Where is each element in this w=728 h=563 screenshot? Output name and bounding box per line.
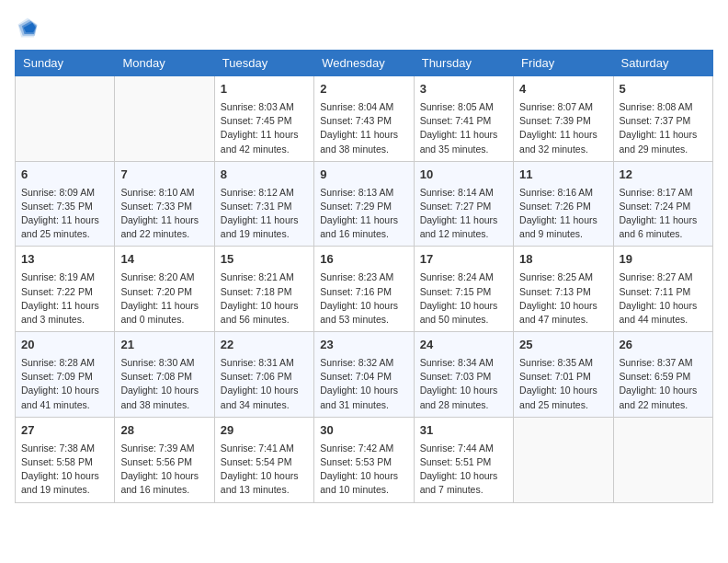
day-number: 22 (221, 337, 308, 354)
day-info: Sunrise: 8:05 AM Sunset: 7:41 PM Dayligh… (420, 100, 507, 156)
day-number: 28 (120, 422, 208, 440)
calendar-day-cell: 18Sunrise: 8:25 AM Sunset: 7:13 PM Dayli… (514, 247, 613, 332)
weekday-header-cell: Sunday (16, 51, 115, 76)
day-info: Sunrise: 7:44 AM Sunset: 5:51 PM Dayligh… (420, 442, 507, 498)
calendar-day-cell: 29Sunrise: 7:41 AM Sunset: 5:54 PM Dayli… (214, 417, 313, 502)
calendar-week-row: 1Sunrise: 8:03 AM Sunset: 7:45 PM Daylig… (16, 76, 713, 162)
day-number: 24 (420, 337, 507, 354)
day-number: 19 (620, 251, 707, 269)
weekday-header-cell: Monday (115, 51, 214, 76)
weekday-header-cell: Tuesday (214, 51, 313, 76)
day-info: Sunrise: 8:35 AM Sunset: 7:01 PM Dayligh… (519, 356, 607, 412)
calendar-day-cell: 22Sunrise: 8:31 AM Sunset: 7:06 PM Dayli… (214, 332, 313, 418)
weekday-header-cell: Saturday (613, 51, 712, 76)
day-number: 23 (320, 337, 407, 354)
calendar-day-cell: 31Sunrise: 7:44 AM Sunset: 5:51 PM Dayli… (414, 417, 513, 502)
day-info: Sunrise: 8:30 AM Sunset: 7:08 PM Dayligh… (120, 356, 208, 412)
weekday-header-cell: Wednesday (314, 51, 414, 76)
day-info: Sunrise: 8:17 AM Sunset: 7:24 PM Dayligh… (620, 186, 707, 242)
day-info: Sunrise: 8:32 AM Sunset: 7:04 PM Dayligh… (320, 356, 407, 412)
day-number: 8 (221, 167, 308, 184)
calendar-day-cell: 28Sunrise: 7:39 AM Sunset: 5:56 PM Dayli… (115, 417, 214, 502)
day-number: 12 (620, 167, 707, 184)
day-number: 20 (21, 337, 108, 354)
calendar-day-cell: 19Sunrise: 8:27 AM Sunset: 7:11 PM Dayli… (613, 247, 712, 332)
calendar-day-cell: 26Sunrise: 8:37 AM Sunset: 6:59 PM Dayli… (613, 332, 712, 418)
calendar-day-cell: 13Sunrise: 8:19 AM Sunset: 7:22 PM Dayli… (16, 247, 115, 332)
calendar-day-cell: 7Sunrise: 8:10 AM Sunset: 7:33 PM Daylig… (115, 161, 214, 247)
calendar-week-row: 27Sunrise: 7:38 AM Sunset: 5:58 PM Dayli… (16, 417, 713, 502)
calendar-day-cell: 12Sunrise: 8:17 AM Sunset: 7:24 PM Dayli… (613, 161, 712, 247)
calendar-body: 1Sunrise: 8:03 AM Sunset: 7:45 PM Daylig… (16, 76, 713, 503)
day-info: Sunrise: 8:07 AM Sunset: 7:39 PM Dayligh… (519, 100, 607, 156)
calendar-day-cell (613, 417, 712, 502)
logo (15, 15, 44, 40)
day-number: 29 (221, 422, 308, 440)
calendar-week-row: 20Sunrise: 8:28 AM Sunset: 7:09 PM Dayli… (16, 332, 713, 418)
day-info: Sunrise: 8:31 AM Sunset: 7:06 PM Dayligh… (221, 356, 308, 412)
day-info: Sunrise: 7:42 AM Sunset: 5:53 PM Dayligh… (320, 442, 407, 498)
calendar-day-cell: 10Sunrise: 8:14 AM Sunset: 7:27 PM Dayli… (414, 161, 513, 247)
day-number: 4 (519, 81, 607, 98)
day-info: Sunrise: 8:23 AM Sunset: 7:16 PM Dayligh… (320, 270, 407, 327)
calendar-day-cell: 17Sunrise: 8:24 AM Sunset: 7:15 PM Dayli… (414, 247, 513, 332)
day-info: Sunrise: 8:28 AM Sunset: 7:09 PM Dayligh… (21, 356, 108, 412)
day-info: Sunrise: 8:12 AM Sunset: 7:31 PM Dayligh… (221, 186, 308, 242)
page-header (15, 15, 713, 40)
day-info: Sunrise: 7:41 AM Sunset: 5:54 PM Dayligh… (221, 442, 308, 498)
day-number: 25 (519, 337, 607, 354)
day-info: Sunrise: 7:39 AM Sunset: 5:56 PM Dayligh… (120, 442, 208, 498)
calendar-table: SundayMondayTuesdayWednesdayThursdayFrid… (15, 50, 713, 503)
weekday-header-cell: Thursday (414, 51, 513, 76)
calendar-day-cell: 4Sunrise: 8:07 AM Sunset: 7:39 PM Daylig… (514, 76, 613, 162)
day-info: Sunrise: 8:16 AM Sunset: 7:26 PM Dayligh… (519, 186, 607, 242)
calendar-day-cell: 24Sunrise: 8:34 AM Sunset: 7:03 PM Dayli… (414, 332, 513, 418)
day-info: Sunrise: 8:04 AM Sunset: 7:43 PM Dayligh… (320, 100, 407, 156)
day-info: Sunrise: 8:20 AM Sunset: 7:20 PM Dayligh… (120, 270, 208, 327)
day-number: 27 (21, 422, 108, 440)
day-number: 17 (420, 251, 507, 269)
calendar-day-cell: 25Sunrise: 8:35 AM Sunset: 7:01 PM Dayli… (514, 332, 613, 418)
calendar-day-cell: 23Sunrise: 8:32 AM Sunset: 7:04 PM Dayli… (314, 332, 414, 418)
day-number: 18 (519, 251, 607, 269)
day-info: Sunrise: 8:37 AM Sunset: 6:59 PM Dayligh… (620, 356, 707, 412)
calendar-day-cell: 21Sunrise: 8:30 AM Sunset: 7:08 PM Dayli… (115, 332, 214, 418)
logo-icon (15, 15, 40, 40)
calendar-week-row: 13Sunrise: 8:19 AM Sunset: 7:22 PM Dayli… (16, 247, 713, 332)
day-info: Sunrise: 8:24 AM Sunset: 7:15 PM Dayligh… (420, 270, 507, 327)
calendar-day-cell: 16Sunrise: 8:23 AM Sunset: 7:16 PM Dayli… (314, 247, 414, 332)
day-number: 10 (420, 167, 507, 184)
day-info: Sunrise: 8:08 AM Sunset: 7:37 PM Dayligh… (620, 100, 707, 156)
calendar-day-cell (115, 76, 214, 162)
calendar-day-cell: 8Sunrise: 8:12 AM Sunset: 7:31 PM Daylig… (214, 161, 313, 247)
day-info: Sunrise: 8:25 AM Sunset: 7:13 PM Dayligh… (519, 270, 607, 327)
calendar-day-cell: 6Sunrise: 8:09 AM Sunset: 7:35 PM Daylig… (16, 161, 115, 247)
calendar-day-cell: 5Sunrise: 8:08 AM Sunset: 7:37 PM Daylig… (613, 76, 712, 162)
day-number: 6 (21, 167, 108, 184)
day-info: Sunrise: 8:34 AM Sunset: 7:03 PM Dayligh… (420, 356, 507, 412)
calendar-day-cell: 14Sunrise: 8:20 AM Sunset: 7:20 PM Dayli… (115, 247, 214, 332)
day-number: 30 (320, 422, 407, 440)
day-number: 21 (120, 337, 208, 354)
day-number: 2 (320, 81, 407, 98)
day-number: 1 (221, 81, 308, 98)
day-number: 16 (320, 251, 407, 269)
weekday-header-row: SundayMondayTuesdayWednesdayThursdayFrid… (16, 51, 713, 76)
day-number: 31 (420, 422, 507, 440)
calendar-day-cell: 30Sunrise: 7:42 AM Sunset: 5:53 PM Dayli… (314, 417, 414, 502)
day-info: Sunrise: 8:10 AM Sunset: 7:33 PM Dayligh… (120, 186, 208, 242)
calendar-day-cell: 11Sunrise: 8:16 AM Sunset: 7:26 PM Dayli… (514, 161, 613, 247)
calendar-day-cell: 3Sunrise: 8:05 AM Sunset: 7:41 PM Daylig… (414, 76, 513, 162)
day-number: 5 (620, 81, 707, 98)
day-number: 15 (221, 251, 308, 269)
calendar-day-cell: 15Sunrise: 8:21 AM Sunset: 7:18 PM Dayli… (214, 247, 313, 332)
calendar-day-cell: 27Sunrise: 7:38 AM Sunset: 5:58 PM Dayli… (16, 417, 115, 502)
calendar-day-cell (514, 417, 613, 502)
calendar-day-cell: 9Sunrise: 8:13 AM Sunset: 7:29 PM Daylig… (314, 161, 414, 247)
day-number: 9 (320, 167, 407, 184)
day-info: Sunrise: 8:27 AM Sunset: 7:11 PM Dayligh… (620, 270, 707, 327)
day-info: Sunrise: 8:13 AM Sunset: 7:29 PM Dayligh… (320, 186, 407, 242)
day-number: 26 (620, 337, 707, 354)
calendar-week-row: 6Sunrise: 8:09 AM Sunset: 7:35 PM Daylig… (16, 161, 713, 247)
day-info: Sunrise: 8:21 AM Sunset: 7:18 PM Dayligh… (221, 270, 308, 327)
